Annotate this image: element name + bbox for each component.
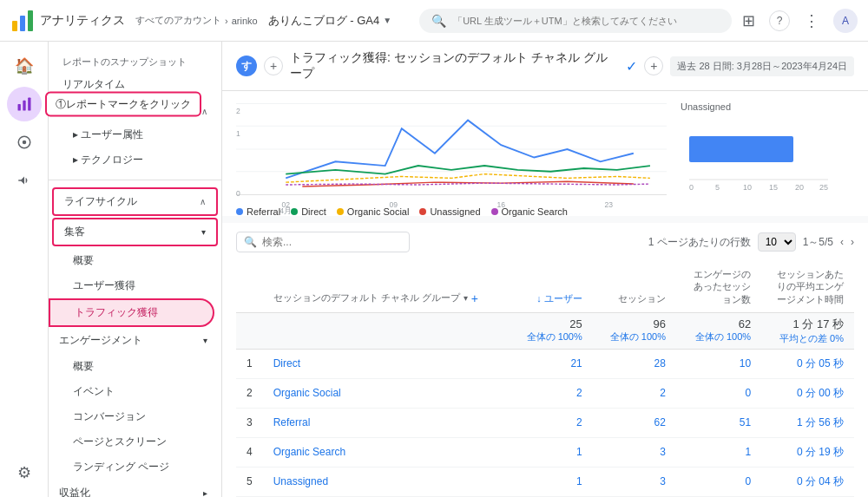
row3-channel[interactable]: Referral <box>263 408 510 437</box>
avatar[interactable]: A <box>833 9 858 33</box>
sidebar-icon-settings[interactable]: ⚙ <box>7 455 42 490</box>
summary-users: 25 <box>520 317 582 330</box>
breadcrumb: すべてのアカウント › arinko <box>135 14 258 27</box>
svg-rect-4 <box>23 101 25 111</box>
chart-legend: Referral Direct Organic Social Unas <box>236 206 667 217</box>
more-icon[interactable]: ⋮ <box>804 11 819 30</box>
date-range: 過去 28 日間: 3月28日～2023年4月24日 <box>670 56 854 76</box>
icon-sidebar: 🏠 ①レポートマークをクリック ⚙ <box>0 42 49 497</box>
svg-text:23: 23 <box>604 200 613 209</box>
row5-channel[interactable]: Unassigned <box>263 467 510 496</box>
legend-dot-unassigned <box>419 208 426 215</box>
nav-conversions[interactable]: コンバージョン <box>49 404 221 429</box>
nav-realtime[interactable]: リアルタイム <box>49 72 221 97</box>
nav-overview[interactable]: 概要 <box>49 248 221 273</box>
acquisition-chevron: ▾ <box>201 227 206 237</box>
help-icon[interactable]: ? <box>769 10 790 31</box>
row3-avg-time: 1 分 56 秒 <box>761 408 854 437</box>
report-icon: す <box>236 56 257 76</box>
prev-page-btn[interactable]: ‹ <box>840 236 844 248</box>
check-icon: ✓ <box>626 58 637 75</box>
rank-col-header <box>236 261 263 312</box>
dimension-dropdown[interactable]: ▾ <box>464 293 468 303</box>
svg-text:15: 15 <box>769 183 778 192</box>
data-table: セッションのデフォルト チャネル グループ ▾ + ↓ ユーザー セッション エ… <box>236 261 854 497</box>
nav-landing[interactable]: ランディング ページ <box>49 454 221 480</box>
row4-channel[interactable]: Organic Search <box>263 437 510 467</box>
property-dropdown-icon[interactable]: ▼ <box>383 16 391 25</box>
property-name: ありんこブログ - GA4 <box>268 13 380 29</box>
nav-traffic-acquisition[interactable]: トラフィック獲得 <box>49 298 214 327</box>
search-input[interactable] <box>453 16 720 26</box>
nav-user-attr[interactable]: ▸ ユーザー属性 <box>49 122 221 147</box>
nav-technology[interactable]: ▸ テクノロジー <box>49 147 221 173</box>
legend-organic-search: Organic Search <box>491 206 568 217</box>
nav-events[interactable]: イベント <box>49 379 221 404</box>
lifecycle-collapse: ∧ <box>200 197 206 206</box>
legend-dot-referral <box>236 208 243 215</box>
page-title: トラフィック獲得: セッションのデフォルト チャネル グループ <box>290 50 619 82</box>
next-page-btn[interactable]: › <box>851 236 854 248</box>
svg-text:20: 20 <box>795 183 804 192</box>
svg-rect-2 <box>28 10 33 31</box>
summary-avg-time-pct: 平均との差 0% <box>772 332 844 345</box>
svg-rect-0 <box>12 21 17 31</box>
chart-container: 2 1 0 02 <box>236 101 854 206</box>
row3-sessions: 62 <box>593 408 676 437</box>
property-selector[interactable]: ありんこブログ - GA4 ▼ <box>268 13 391 29</box>
engagement-chevron: ▾ <box>203 336 207 345</box>
row2-channel[interactable]: Organic Social <box>263 378 510 408</box>
monetization-chevron: ▸ <box>203 488 207 497</box>
chart-section: 2 1 0 02 <box>222 91 868 216</box>
table-section: 🔍 1 ページあたりの行数 10 25 50 1～5/5 ‹ › <box>222 223 868 497</box>
side-bar-chart-svg: 0 5 10 15 20 25 <box>681 119 837 197</box>
nav-user-acquisition[interactable]: ユーザー獲得 <box>49 273 221 298</box>
summary-row: 25 全体の 100% 96 全体の 100% 62 全体の 100% 1 <box>236 312 854 349</box>
dimension-col-header[interactable]: セッションのデフォルト チャネル グループ ▾ + <box>263 261 510 312</box>
nav-user-section[interactable]: ユーザー ∧ <box>49 97 221 122</box>
add-button[interactable]: + <box>264 56 283 75</box>
summary-engaged-pct: 全体の 100% <box>687 330 751 343</box>
nav-engagement[interactable]: エンゲージメント ▾ <box>49 327 221 354</box>
nav-acquisition[interactable]: 集客 ▾ <box>54 219 216 245</box>
row4-sessions: 3 <box>593 437 676 467</box>
add-dimension-btn[interactable]: + <box>471 291 478 305</box>
sidebar-icon-advertising[interactable] <box>7 163 42 198</box>
svg-point-7 <box>22 141 26 145</box>
legend-direct: Direct <box>291 206 326 217</box>
row1-channel[interactable]: Direct <box>263 349 510 378</box>
nav-monetization[interactable]: 収益化 ▸ <box>49 480 221 497</box>
row5-rank: 5 <box>236 467 263 496</box>
legend-unassigned: Unassigned <box>419 206 480 217</box>
content-area: す + トラフィック獲得: セッションのデフォルト チャネル グループ ✓ + … <box>222 42 868 497</box>
table-row: 2 Organic Social 2 2 0 0 分 00 秒 <box>236 378 854 408</box>
page-range: 1～5/5 <box>803 235 833 250</box>
sessions-col-header[interactable]: セッション <box>593 261 676 312</box>
nav-pages[interactable]: ページとスクリーン <box>49 429 221 454</box>
grid-icon[interactable]: ⊞ <box>742 11 755 30</box>
row2-engaged: 0 <box>676 378 761 408</box>
table-search-input[interactable] <box>262 236 402 248</box>
row2-rank: 2 <box>236 378 263 408</box>
search-filter[interactable]: 🔍 <box>236 232 410 252</box>
table-row: 3 Referral 2 62 51 1 分 56 秒 <box>236 408 854 437</box>
svg-text:5: 5 <box>715 183 720 192</box>
sidebar-icon-home[interactable]: 🏠 <box>7 49 42 83</box>
rows-per-page-select[interactable]: 10 25 50 <box>758 232 796 252</box>
svg-text:1: 1 <box>236 129 240 138</box>
legend-dot-direct <box>291 208 298 215</box>
nav-engagement-overview[interactable]: 概要 <box>49 354 221 379</box>
sidebar-icon-explore[interactable] <box>7 125 42 160</box>
rows-per-page-label: 1 ページあたりの行数 <box>648 235 751 250</box>
nav-lifecycle[interactable]: ライフサイクル ∧ <box>54 189 216 214</box>
table-row: 5 Unassigned 1 3 0 0 分 04 秒 <box>236 467 854 496</box>
row4-users: 1 <box>510 437 593 467</box>
sidebar-icon-reports[interactable]: ①レポートマークをクリック <box>7 87 42 121</box>
svg-text:4月: 4月 <box>279 206 292 215</box>
row4-rank: 4 <box>236 437 263 467</box>
explore-icon <box>16 134 32 150</box>
add-report-button[interactable]: + <box>644 56 663 75</box>
users-col-header[interactable]: ↓ ユーザー <box>510 261 593 312</box>
search-box[interactable]: 🔍 <box>419 9 732 33</box>
table-row: 4 Organic Search 1 3 1 0 分 19 秒 <box>236 437 854 467</box>
